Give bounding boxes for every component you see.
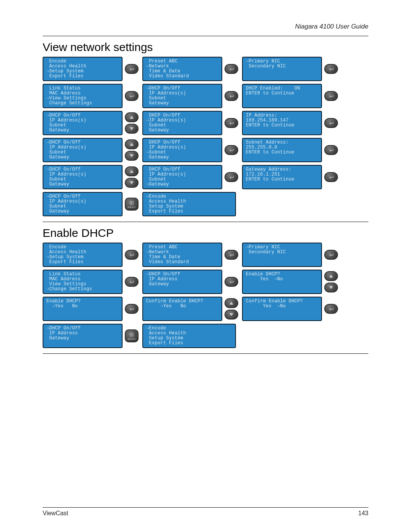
enter-button[interactable] xyxy=(125,250,139,260)
lcd-line: ENTER to Continue xyxy=(246,150,318,155)
enter-button[interactable] xyxy=(324,91,338,101)
button-column: MENU xyxy=(125,198,139,211)
enter-button[interactable] xyxy=(324,250,338,260)
lcd-row: →DHCP On/Off IP Address(s) Subnet Gatewa… xyxy=(43,192,368,216)
enter-icon xyxy=(328,147,334,153)
lcd-line: Gateway xyxy=(46,336,119,341)
lcd-line: Secondary NIC xyxy=(246,250,318,255)
lcd-screen: DHCP On/Off IP Address(s)→Subnet Gateway xyxy=(142,138,222,162)
doc-title: Niagara 4100 User Guide xyxy=(43,23,368,30)
up-button[interactable] xyxy=(125,166,139,176)
up-button[interactable] xyxy=(324,271,338,281)
down-button[interactable] xyxy=(324,283,338,292)
lcd-cell: →DHCP On/Off IP Address Gateway xyxy=(142,270,238,294)
up-button[interactable] xyxy=(125,112,139,122)
button-column xyxy=(324,271,338,292)
enter-button[interactable] xyxy=(125,277,139,287)
enter-button[interactable] xyxy=(324,304,338,314)
lcd-line: Export Files xyxy=(146,341,232,346)
down-button[interactable] xyxy=(225,310,238,320)
enter-button[interactable] xyxy=(225,64,238,74)
lcd-screen: Encode Access Health→Setup System Export… xyxy=(43,243,123,267)
lcd-screen: →DHCP On/Off IP Address Gateway xyxy=(142,270,222,294)
enter-button[interactable] xyxy=(225,145,238,155)
enter-button[interactable] xyxy=(225,91,238,101)
triangle-down-icon xyxy=(328,285,334,290)
up-button[interactable] xyxy=(125,139,139,149)
lcd-line: ENTER to Continue xyxy=(246,177,318,182)
enter-button[interactable] xyxy=(324,145,338,155)
enter-button[interactable] xyxy=(225,172,238,182)
button-column xyxy=(324,250,338,260)
button-column xyxy=(324,172,338,182)
lcd-screen: →Primary NIC Secondary NIC xyxy=(242,57,322,81)
enter-button[interactable] xyxy=(225,277,238,287)
enter-icon xyxy=(129,252,134,257)
lcd-screen: Enable DHCP? Yes →No xyxy=(242,270,322,294)
lcd-screen: IP Address:169.254.189.147ENTER to Conti… xyxy=(242,111,322,135)
button-column xyxy=(225,145,238,155)
enter-icon xyxy=(328,174,334,180)
enter-button[interactable] xyxy=(324,64,338,74)
button-column xyxy=(324,304,338,314)
lcd-line: ENTER to Continue xyxy=(246,91,318,96)
enter-icon xyxy=(129,93,134,99)
lcd-line: Gateway xyxy=(146,101,218,106)
enter-icon xyxy=(129,306,134,312)
button-column xyxy=(324,91,338,101)
triangle-down-icon xyxy=(229,312,234,317)
lcd-cell: Confirm Enable DHCP? Yes →No xyxy=(242,297,338,321)
enter-button[interactable] xyxy=(125,64,139,74)
enter-button[interactable] xyxy=(125,91,139,101)
lcd-screen: Encode Access Health→Setup System Export… xyxy=(43,57,123,81)
page-footer: ViewCast 143 xyxy=(43,507,368,517)
lcd-cell: Encode Access Health→Setup System Export… xyxy=(43,57,139,81)
button-column xyxy=(225,91,238,101)
lcd-row: Enable DHCP? →Yes NoConfirm Enable DHCP?… xyxy=(43,297,368,321)
enter-button[interactable] xyxy=(125,304,139,314)
lcd-cell: →DHCP On/Off IP Address(s) Subnet Gatewa… xyxy=(43,111,139,135)
menu-button[interactable]: MENU xyxy=(125,198,139,211)
enter-icon xyxy=(229,174,234,180)
triangle-up-icon xyxy=(129,115,134,120)
lcd-cell: →Encode Access Health Setup System Expor… xyxy=(142,192,238,216)
lcd-line: Gateway xyxy=(46,128,119,133)
enter-icon xyxy=(328,66,334,72)
lcd-cell: Enable DHCP? Yes →No xyxy=(242,270,338,294)
lcd-line: Gateway xyxy=(46,209,119,214)
lcd-screen: Confirm Enable DHCP? Yes →No xyxy=(242,297,322,321)
lcd-cell: Encode Access Health→Setup System Export… xyxy=(43,243,139,267)
enter-icon xyxy=(229,120,234,126)
triangle-up-icon xyxy=(129,169,134,174)
lcd-cell: Preset ABC→Network Time & Date Video Sta… xyxy=(142,243,238,267)
section-rule xyxy=(43,222,368,222)
button-column xyxy=(324,64,338,74)
menu-icon xyxy=(129,200,134,206)
lcd-cell: Subnet Address:255.255.0.0ENTER to Conti… xyxy=(242,138,338,162)
lcd-cell: →Primary NIC Secondary NIC xyxy=(242,243,338,267)
down-button[interactable] xyxy=(125,178,139,188)
footer-company: ViewCast xyxy=(43,510,68,517)
lcd-line: Gateway xyxy=(46,155,119,160)
button-column: MENU xyxy=(125,329,139,342)
enter-button[interactable] xyxy=(225,250,238,260)
enter-button[interactable] xyxy=(324,172,338,182)
triangle-down-icon xyxy=(129,126,134,131)
up-button[interactable] xyxy=(225,298,238,308)
lcd-line: →Gateway xyxy=(146,182,218,187)
down-button[interactable] xyxy=(125,124,139,134)
down-button[interactable] xyxy=(125,151,139,161)
lcd-screen: Preset ABC→Network Time & Date Video Sta… xyxy=(142,57,222,81)
lcd-line: Gateway xyxy=(146,128,218,133)
lcd-line: Gateway xyxy=(146,282,218,287)
lcd-line: Secondary NIC xyxy=(246,64,318,69)
lcd-cell: DHCP On/Off IP Address(s)→Subnet Gateway xyxy=(142,138,238,162)
enter-button[interactable] xyxy=(225,118,238,128)
lcd-cell: DHCP On/Off→IP Address(s) Subnet Gateway xyxy=(142,111,238,135)
lcd-cell: Gateway Address:172.16.1.251ENTER to Con… xyxy=(242,165,338,189)
menu-button[interactable]: MENU xyxy=(125,329,139,342)
lcd-screen: →Encode Access Health Setup System Expor… xyxy=(142,192,236,216)
button-column xyxy=(225,298,238,320)
lcd-cell: Link Status MAC Address View Settings→Ch… xyxy=(43,270,139,294)
enter-button[interactable] xyxy=(324,118,338,128)
